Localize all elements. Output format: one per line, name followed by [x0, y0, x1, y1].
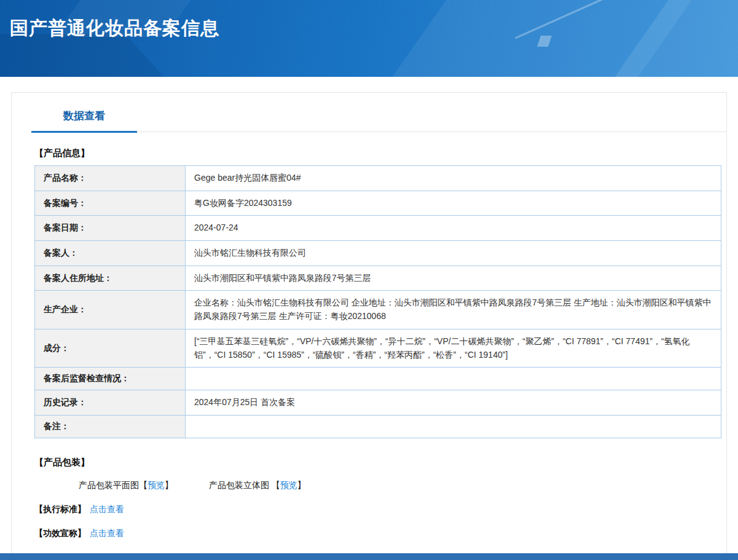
row-value	[186, 415, 721, 438]
row-value: [“三甲基五苯基三硅氧烷”，“VP/十六碳烯共聚物”，“异十二烷”，“VP/二十…	[186, 329, 721, 367]
row-label: 历史记录：	[35, 390, 186, 416]
bracket-close: 】	[165, 480, 173, 490]
bracket-close: 】	[297, 480, 306, 490]
row-label: 成分：	[35, 329, 186, 367]
table-row: 产品名称： Gege bear持光固体唇蜜04#	[35, 166, 721, 191]
packaging-stereo-preview-link[interactable]: 预览	[280, 480, 297, 490]
table-row: 生产企业： 企业名称：汕头市铭汇生物科技有限公司 企业地址：汕头市潮阳区和平镇紫…	[35, 291, 721, 329]
standard-row: 【执行标准】点击查看	[34, 504, 721, 515]
packaging-row: 产品包装平面图【预览】 产品包装立体图 【预览】	[79, 480, 721, 491]
row-value: 2024-07-24	[186, 216, 721, 241]
tab-data-view[interactable]: 数据查看	[31, 109, 137, 133]
bracket-open: 【	[139, 480, 147, 490]
standard-view-link[interactable]: 点击查看	[90, 504, 124, 514]
table-row: 备案人： 汕头市铭汇生物科技有限公司	[35, 241, 721, 266]
table-row: 备注：	[35, 415, 721, 438]
bottom-bar	[0, 553, 738, 560]
page-header: 国产普通化妆品备案信息	[0, 0, 738, 77]
row-label: 产品名称：	[35, 166, 186, 191]
row-value	[186, 368, 721, 390]
row-value: 2024年07月25日 首次备案	[186, 390, 721, 416]
row-label: 备案日期：	[35, 216, 186, 241]
bracket-open: 【	[272, 480, 280, 490]
table-row: 备案人住所地址： 汕头市潮阳区和平镇紫中路凤泉路段7号第三层	[35, 266, 721, 291]
efficacy-heading: 【功效宣称】	[34, 528, 86, 538]
packaging-stereo-item: 产品包装立体图 【预览】	[209, 480, 306, 490]
row-label: 生产企业：	[35, 291, 186, 329]
content-card: 数据查看 【产品信息】 产品名称： Gege bear持光固体唇蜜04# 备案编…	[11, 92, 727, 560]
packaging-heading: 【产品包装】	[34, 457, 721, 468]
product-info-heading: 【产品信息】	[34, 148, 721, 159]
table-row: 备案日期： 2024-07-24	[35, 216, 721, 241]
row-label: 备案人：	[35, 241, 186, 266]
table-row: 历史记录： 2024年07月25日 首次备案	[35, 390, 721, 416]
table-row: 成分： [“三甲基五苯基三硅氧烷”，“VP/十六碳烯共聚物”，“异十二烷”，“V…	[35, 329, 721, 367]
row-value: 粤G妆网备字2024303159	[186, 191, 721, 216]
row-value: 汕头市潮阳区和平镇紫中路凤泉路段7号第三层	[186, 266, 721, 291]
packaging-flat-label: 产品包装平面图	[79, 480, 139, 490]
packaging-flat-preview-link[interactable]: 预览	[147, 480, 165, 490]
table-row: 备案编号： 粤G妆网备字2024303159	[35, 191, 721, 216]
standard-heading: 【执行标准】	[34, 504, 86, 514]
product-info-table-body: 产品名称： Gege bear持光固体唇蜜04# 备案编号： 粤G妆网备字202…	[35, 166, 721, 438]
efficacy-view-link[interactable]: 点击查看	[90, 528, 124, 538]
card-body: 【产品信息】 产品名称： Gege bear持光固体唇蜜04# 备案编号： 粤G…	[12, 148, 726, 560]
product-info-table: 产品名称： Gege bear持光固体唇蜜04# 备案编号： 粤G妆网备字202…	[34, 165, 721, 438]
row-value: Gege bear持光固体唇蜜04#	[186, 166, 721, 191]
packaging-stereo-label: 产品包装立体图	[209, 480, 272, 490]
tab-bar: 数据查看	[31, 93, 726, 132]
row-value: 企业名称：汕头市铭汇生物科技有限公司 企业地址：汕头市潮阳区和平镇紫中路凤泉路段…	[186, 291, 721, 329]
efficacy-row: 【功效宣称】点击查看	[34, 528, 721, 539]
table-row: 备案后监督检查情况：	[35, 368, 721, 390]
row-label: 备案人住所地址：	[35, 266, 186, 291]
row-label: 备案后监督检查情况：	[35, 368, 186, 390]
row-label: 备注：	[35, 415, 186, 438]
row-label: 备案编号：	[35, 191, 186, 216]
page-title: 国产普通化妆品备案信息	[0, 0, 738, 41]
packaging-flat-item: 产品包装平面图【预览】	[79, 480, 173, 490]
row-value: 汕头市铭汇生物科技有限公司	[186, 241, 721, 266]
